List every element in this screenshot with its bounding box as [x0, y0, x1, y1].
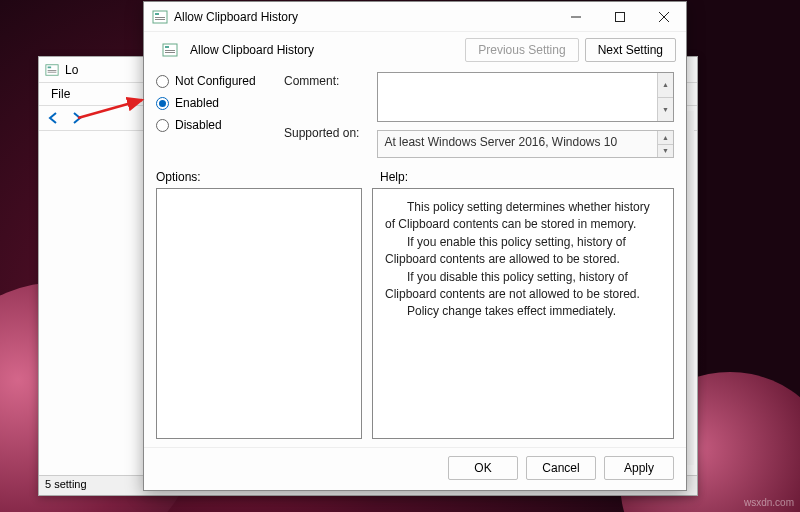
supported-on-field: At least Windows Server 2016, Windows 10…	[377, 130, 674, 158]
previous-setting-button[interactable]: Previous Setting	[465, 38, 578, 62]
policy-icon	[152, 9, 168, 25]
svg-rect-15	[165, 52, 175, 53]
radio-label: Enabled	[175, 96, 219, 110]
radio-not-configured[interactable]: Not Configured	[156, 74, 266, 88]
titlebar: Allow Clipboard History	[144, 2, 686, 32]
policy-dialog: Allow Clipboard History Allow Clipboard …	[143, 1, 687, 491]
svg-rect-7	[155, 19, 165, 20]
policy-icon	[162, 42, 178, 58]
comment-label: Comment:	[284, 74, 359, 88]
help-panel: This policy setting determines whether h…	[372, 188, 674, 439]
comment-textarea[interactable]: ▲▼	[377, 72, 674, 122]
help-line: If you disable this policy setting, hist…	[385, 269, 661, 304]
chevron-up-icon[interactable]: ▲	[658, 73, 673, 98]
chevron-down-icon[interactable]: ▼	[658, 98, 673, 122]
dialog-title: Allow Clipboard History	[174, 10, 554, 24]
cancel-button[interactable]: Cancel	[526, 456, 596, 480]
radio-label: Not Configured	[175, 74, 256, 88]
svg-rect-2	[48, 70, 57, 71]
radio-disabled[interactable]: Disabled	[156, 118, 266, 132]
watermark: wsxdn.com	[744, 497, 794, 508]
forward-arrow-icon[interactable]	[67, 109, 85, 127]
next-setting-button[interactable]: Next Setting	[585, 38, 676, 62]
help-line: This policy setting determines whether h…	[385, 199, 661, 234]
svg-rect-3	[48, 71, 57, 72]
radio-icon	[156, 97, 169, 110]
supported-on-label: Supported on:	[284, 126, 359, 140]
supported-on-value: At least Windows Server 2016, Windows 10	[384, 135, 617, 149]
apply-button[interactable]: Apply	[604, 456, 674, 480]
ok-button[interactable]: OK	[448, 456, 518, 480]
menu-file[interactable]: File	[43, 85, 78, 103]
comment-scroll[interactable]: ▲▼	[657, 73, 673, 121]
options-label: Options:	[156, 170, 356, 184]
svg-rect-13	[165, 46, 169, 48]
radio-label: Disabled	[175, 118, 222, 132]
back-arrow-icon[interactable]	[45, 109, 63, 127]
svg-rect-5	[155, 13, 159, 15]
svg-rect-9	[616, 12, 625, 21]
options-panel	[156, 188, 362, 439]
gpedit-icon	[45, 63, 59, 77]
help-line: Policy change takes effect immediately.	[385, 303, 661, 320]
header-title: Allow Clipboard History	[190, 43, 314, 57]
gpedit-title: Lo	[65, 63, 78, 77]
chevron-up-icon[interactable]: ▲	[658, 131, 673, 145]
maximize-button[interactable]	[598, 2, 642, 32]
radio-icon	[156, 119, 169, 132]
svg-rect-6	[155, 17, 165, 18]
svg-rect-14	[165, 50, 175, 51]
minimize-button[interactable]	[554, 2, 598, 32]
radio-icon	[156, 75, 169, 88]
chevron-down-icon[interactable]: ▼	[658, 145, 673, 158]
help-label: Help:	[380, 170, 408, 184]
close-button[interactable]	[642, 2, 686, 32]
supported-scroll[interactable]: ▲▼	[657, 131, 673, 157]
help-line: If you enable this policy setting, histo…	[385, 234, 661, 269]
radio-enabled[interactable]: Enabled	[156, 96, 266, 110]
svg-rect-1	[48, 66, 52, 68]
